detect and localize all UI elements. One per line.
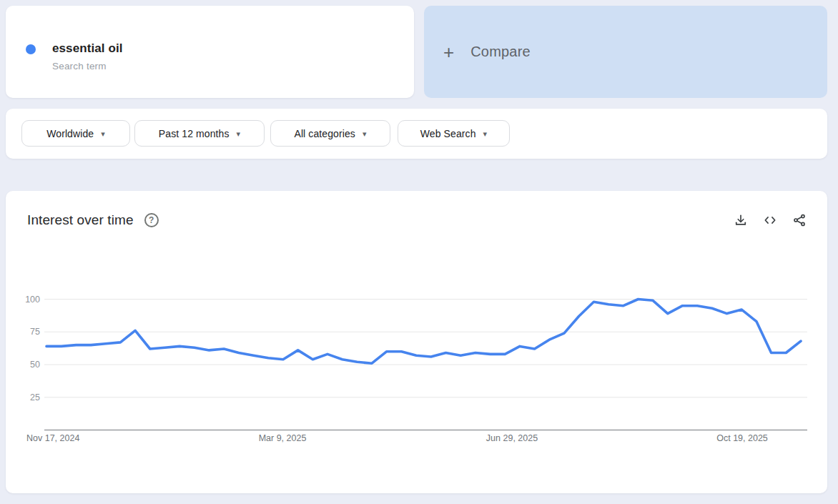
chevron-down-icon: ▾ [363,129,367,139]
series-color-dot-icon [26,44,36,54]
time-range-filter-dropdown[interactable]: Past 12 months ▾ [134,120,265,147]
x-tick-label: Mar 9, 2025 [259,433,307,443]
search-type-filter-dropdown[interactable]: Web Search ▾ [398,120,510,147]
search-term-title: essential oil [52,41,123,56]
y-tick-label: 50 [11,360,40,370]
trend-line-chart-canvas [6,191,827,493]
x-tick-label: Nov 17, 2024 [26,433,79,443]
y-tick-label: 100 [11,295,40,305]
chevron-down-icon: ▾ [101,129,105,139]
compare-label: Compare [470,44,531,60]
search-term-card[interactable]: essential oil Search term [6,6,414,98]
x-tick-label: Oct 19, 2025 [716,433,768,443]
interest-over-time-card: Interest over time ? [6,191,827,493]
category-filter-dropdown[interactable]: All categories ▾ [270,120,390,147]
search-term-subtitle: Search term [52,61,123,71]
region-filter-label: Worldwide [46,128,94,139]
x-tick-label: Jun 29, 2025 [486,433,538,443]
y-tick-label: 75 [11,327,40,337]
search-type-filter-label: Web Search [420,128,476,139]
chevron-down-icon: ▾ [483,129,488,139]
plus-icon: + [443,45,454,59]
trend-line-series [46,300,801,364]
add-comparison-button[interactable]: + Compare [424,6,827,98]
time-range-filter-label: Past 12 months [159,128,230,139]
region-filter-dropdown[interactable]: Worldwide ▾ [21,120,130,147]
filter-bar: Worldwide ▾ Past 12 months ▾ All categor… [6,109,827,159]
chevron-down-icon: ▾ [237,129,241,139]
y-tick-label: 25 [11,392,40,402]
category-filter-label: All categories [294,128,355,139]
